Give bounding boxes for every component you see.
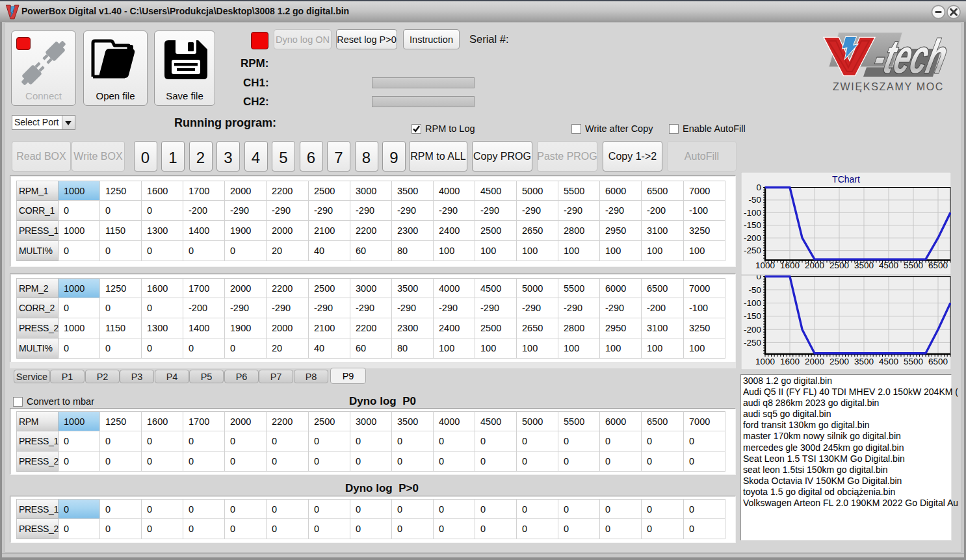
svg-text:2000: 2000	[805, 261, 824, 270]
svg-text:-50: -50	[748, 285, 761, 295]
svg-text:ZWIĘKSZAMY MOC: ZWIĘKSZAMY MOC	[833, 81, 944, 92]
svg-text:2000: 2000	[805, 357, 824, 366]
svg-text:4500: 4500	[879, 357, 898, 366]
svg-text:1600: 1600	[780, 261, 800, 270]
svg-text:TChart: TChart	[832, 174, 860, 185]
svg-text:-100: -100	[744, 298, 761, 308]
svg-text:-50: -50	[748, 195, 761, 205]
svg-text:5500: 5500	[904, 357, 923, 366]
svg-text:2500: 2500	[829, 357, 849, 366]
svg-text:-tech: -tech	[869, 30, 950, 83]
svg-text:1600: 1600	[780, 357, 800, 366]
svg-text:-250: -250	[744, 246, 761, 255]
svg-text:-200: -200	[744, 233, 761, 243]
svg-text:6500: 6500	[928, 357, 948, 366]
svg-text:-200: -200	[744, 325, 761, 335]
svg-text:4500: 4500	[879, 261, 898, 270]
svg-text:-100: -100	[744, 208, 761, 218]
svg-text:0: 0	[756, 275, 761, 281]
svg-text:3500: 3500	[854, 357, 874, 366]
svg-text:3500: 3500	[854, 261, 874, 270]
svg-text:5500: 5500	[904, 261, 923, 270]
svg-text:0: 0	[756, 183, 761, 192]
svg-text:1000: 1000	[755, 261, 775, 270]
svg-text:-250: -250	[744, 338, 761, 348]
svg-text:6500: 6500	[928, 261, 948, 270]
svg-text:-150: -150	[744, 220, 761, 230]
svg-text:1000: 1000	[755, 357, 775, 366]
svg-text:2500: 2500	[829, 261, 849, 270]
svg-text:-150: -150	[744, 311, 761, 321]
